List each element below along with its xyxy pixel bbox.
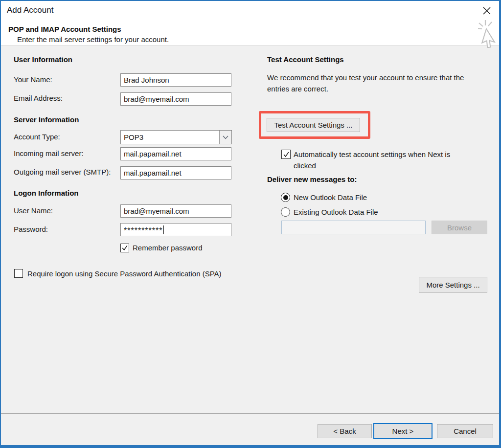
- account-type-select[interactable]: POP3: [120, 130, 232, 144]
- radio-selected-dot: [283, 195, 288, 200]
- footer-divider: [1, 413, 499, 414]
- your-name-label: Your Name:: [14, 75, 52, 84]
- password-label: Password:: [14, 225, 48, 233]
- window-title: Add Account: [7, 5, 53, 15]
- auto-test-checkbox[interactable]: [281, 150, 291, 159]
- radio-existing-data-file-label[interactable]: Existing Outlook Data File: [294, 208, 378, 216]
- test-account-settings-button[interactable]: Test Account Settings ...: [267, 118, 360, 132]
- test-settings-heading: Test Account Settings: [267, 55, 344, 64]
- dialog-body: [0, 45, 501, 448]
- email-address-input[interactable]: [120, 92, 231, 106]
- deliver-heading: Deliver new messages to:: [267, 175, 357, 183]
- dialog-subheading: Enter the mail server settings for your …: [17, 35, 169, 44]
- browse-button[interactable]: Browse: [432, 221, 487, 234]
- account-type-label: Account Type:: [14, 133, 60, 141]
- test-settings-description: We recommend that you test your account …: [267, 72, 486, 94]
- dialog-heading: POP and IMAP Account Settings: [8, 25, 121, 33]
- remember-password-label[interactable]: Remember password: [133, 244, 203, 252]
- cursor-click-icon: [478, 20, 501, 50]
- account-type-value: POP3: [124, 133, 143, 141]
- server-information-heading: Server Information: [14, 115, 79, 124]
- password-input[interactable]: ***********: [120, 223, 231, 236]
- chevron-down-icon: [223, 135, 228, 139]
- cancel-button[interactable]: Cancel: [437, 424, 493, 438]
- email-address-label: Email Address:: [14, 94, 63, 102]
- next-button[interactable]: Next >: [373, 423, 433, 439]
- password-masked-value: ***********: [124, 226, 163, 235]
- data-file-path-input[interactable]: [281, 221, 426, 234]
- logon-information-heading: Logon Information: [14, 189, 78, 197]
- more-settings-button[interactable]: More Settings ...: [419, 277, 487, 293]
- dropdown-button[interactable]: [219, 131, 231, 144]
- outgoing-server-input[interactable]: [120, 166, 231, 179]
- user-information-heading: User Information: [14, 55, 72, 64]
- radio-new-data-file[interactable]: [281, 193, 290, 202]
- user-name-input[interactable]: [120, 204, 231, 218]
- close-button[interactable]: [478, 3, 495, 19]
- outgoing-server-label: Outgoing mail server (SMTP):: [14, 168, 111, 176]
- incoming-server-input[interactable]: [120, 147, 231, 160]
- remember-password-checkbox[interactable]: [120, 244, 129, 252]
- text-caret: [163, 225, 164, 234]
- your-name-input[interactable]: [120, 73, 231, 87]
- incoming-server-label: Incoming mail server:: [14, 149, 84, 157]
- radio-existing-data-file[interactable]: [281, 207, 290, 217]
- back-button[interactable]: < Back: [318, 424, 372, 438]
- close-icon: [482, 6, 491, 15]
- user-name-label: User Name:: [14, 206, 53, 215]
- spa-checkbox-label[interactable]: Require logon using Secure Password Auth…: [27, 269, 222, 278]
- checkmark-icon: [121, 245, 128, 251]
- auto-test-label[interactable]: Automatically test account settings when…: [294, 149, 473, 171]
- checkmark-icon: [283, 151, 290, 158]
- spa-checkbox[interactable]: [14, 269, 23, 278]
- radio-new-data-file-label[interactable]: New Outlook Data File: [294, 193, 367, 202]
